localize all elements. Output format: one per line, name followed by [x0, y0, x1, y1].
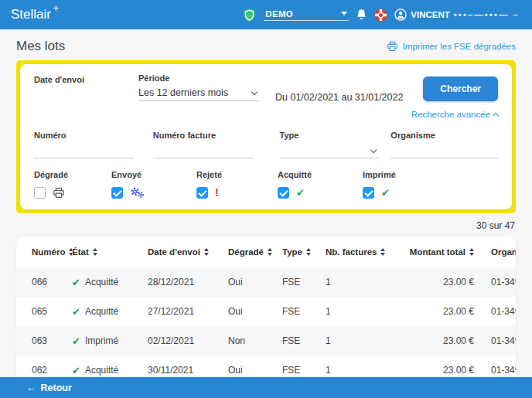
advanced-search-label: Recherche avancée	[411, 110, 490, 119]
check-icon: ✔	[381, 188, 390, 198]
cell-montant: 23.00 €	[397, 335, 474, 346]
check-icon: ✔	[72, 366, 80, 376]
check-icon: ✔	[72, 277, 80, 287]
bottom-bar: ← Retour	[0, 377, 532, 398]
cell-date-envoi: 02/12/2021	[148, 335, 228, 346]
numero-input[interactable]	[34, 141, 134, 158]
imprime-checkbox[interactable]	[363, 187, 374, 199]
user-name: VINCENT	[411, 10, 449, 19]
cell-date-envoi: 30/11/2021	[148, 365, 228, 376]
column-header-organisme[interactable]: Organi	[474, 247, 516, 257]
cell-etat: ✔Acquitté	[72, 365, 148, 376]
table-header-row: Numéro État Date d'envoi Dégradé Type Nb…	[16, 236, 516, 267]
rejete-checkbox[interactable]	[196, 187, 208, 199]
acquitte-checkbox[interactable]	[278, 187, 289, 199]
envoye-filter-label: Envoyé	[111, 170, 196, 179]
advanced-search-link[interactable]: Recherche avancée	[411, 110, 498, 119]
shield-icon[interactable]	[242, 8, 257, 22]
page-title: Mes lots	[16, 39, 65, 54]
cell-montant: 23.00 €	[397, 277, 474, 287]
cell-nb-factures: 1	[326, 306, 397, 317]
chevron-down-icon	[370, 147, 377, 153]
cell-numero: 063	[16, 335, 72, 346]
lots-table: Numéro État Date d'envoi Dégradé Type Nb…	[16, 236, 516, 385]
environment-value: DEMO	[265, 9, 293, 19]
environment-select[interactable]: DEMO	[264, 9, 349, 21]
search-filters-panel: Date d'envoi Période Les 12 derniers moi…	[20, 64, 512, 209]
numero-facture-label: Numéro facture	[153, 131, 253, 140]
periode-label: Période	[138, 73, 258, 83]
column-header-montant-total[interactable]: Montant total	[397, 247, 474, 257]
column-header-degrade[interactable]: Dégradé	[228, 247, 282, 257]
numero-facture-input[interactable]	[153, 141, 253, 158]
cell-degrade: Oui	[228, 365, 282, 376]
back-label: Retour	[41, 383, 72, 393]
arrow-left-icon: ←	[26, 383, 36, 393]
user-icon	[394, 9, 407, 21]
imprime-filter-label: Imprimé	[363, 170, 448, 179]
type-select[interactable]	[280, 141, 380, 158]
print-degraded-fse-link[interactable]: Imprimer les FSE dégradées	[387, 41, 516, 52]
column-header-etat[interactable]: État	[72, 247, 148, 257]
cell-numero: 062	[16, 365, 72, 376]
column-header-numero[interactable]: Numéro	[16, 247, 72, 257]
sort-icon	[306, 248, 311, 256]
star-icon: +	[53, 2, 59, 14]
highlight-frame: Date d'envoi Période Les 12 derniers moi…	[16, 60, 516, 213]
periode-value: Les 12 derniers mois	[138, 87, 228, 98]
cell-etat: ✔Acquitté	[72, 306, 148, 317]
cell-montant: 23.00 €	[397, 306, 474, 317]
organisme-input[interactable]	[390, 141, 498, 158]
cell-etat: ✔Imprimé	[72, 335, 148, 346]
check-icon: ✔	[72, 307, 80, 317]
bell-icon[interactable]	[356, 9, 367, 21]
column-header-nb-factures[interactable]: Nb. factures	[326, 247, 397, 257]
cell-type: FSE	[282, 335, 326, 346]
user-name-masked: •••–—•••— –	[454, 10, 520, 19]
search-button[interactable]: Chercher	[423, 77, 498, 101]
app-header: Stellair+ DEMO	[0, 0, 532, 29]
acquitte-filter-label: Acquitté	[278, 170, 363, 179]
sort-icon	[204, 248, 209, 256]
help-lifebuoy-icon[interactable]	[374, 9, 387, 22]
type-label: Type	[280, 131, 380, 140]
chevron-down-icon	[251, 88, 257, 94]
table-row[interactable]: 066 ✔Acquitté 28/12/2021 Oui FSE 1 23.00…	[16, 267, 516, 297]
sort-icon	[268, 248, 272, 256]
cell-etat: ✔Acquitté	[72, 277, 148, 287]
column-header-date-envoi[interactable]: Date d'envoi	[148, 247, 228, 257]
check-icon: ✔	[296, 188, 305, 198]
user-menu[interactable]: VINCENT •••–—•••— –	[394, 9, 520, 21]
periode-select[interactable]: Les 12 derniers mois	[138, 87, 258, 101]
exclamation-icon: !	[215, 187, 219, 198]
sort-icon	[380, 248, 385, 256]
envoye-checkbox[interactable]	[111, 187, 123, 199]
numero-label: Numéro	[34, 131, 134, 140]
cell-nb-factures: 1	[326, 335, 397, 346]
back-button[interactable]: ← Retour	[26, 383, 72, 393]
cell-degrade: Oui	[228, 306, 282, 317]
rejete-filter-label: Rejeté	[196, 170, 278, 179]
column-header-type[interactable]: Type	[282, 247, 326, 257]
cell-numero: 065	[16, 306, 72, 317]
cell-numero: 066	[16, 277, 72, 287]
table-row[interactable]: 063 ✔Imprimé 02/12/2021 Non FSE 1 23.00 …	[16, 326, 516, 355]
cell-type: FSE	[282, 365, 326, 376]
sort-icon	[93, 248, 97, 256]
date-range-text: Du 01/02/2021 au 31/01/2022	[275, 92, 403, 103]
brand-text: Stellair	[11, 7, 51, 22]
gears-icon	[130, 186, 145, 199]
cell-type: FSE	[282, 277, 326, 287]
cell-organisme: 01-349	[474, 365, 516, 376]
cell-degrade: Oui	[228, 277, 282, 287]
chevron-down-icon	[341, 12, 347, 15]
degrade-checkbox[interactable]	[34, 187, 46, 199]
check-icon: ✔	[72, 336, 80, 346]
chevron-up-icon	[493, 112, 499, 118]
table-row[interactable]: 065 ✔Acquitté 27/12/2021 Oui FSE 1 23.00…	[16, 297, 516, 326]
cell-organisme: 01-349	[474, 306, 516, 317]
print-degraded-fse-label: Imprimer les FSE dégradées	[403, 42, 516, 51]
date-envoi-label: Date d'envoi	[34, 73, 138, 84]
cell-type: FSE	[282, 306, 326, 317]
printer-icon	[53, 187, 65, 199]
